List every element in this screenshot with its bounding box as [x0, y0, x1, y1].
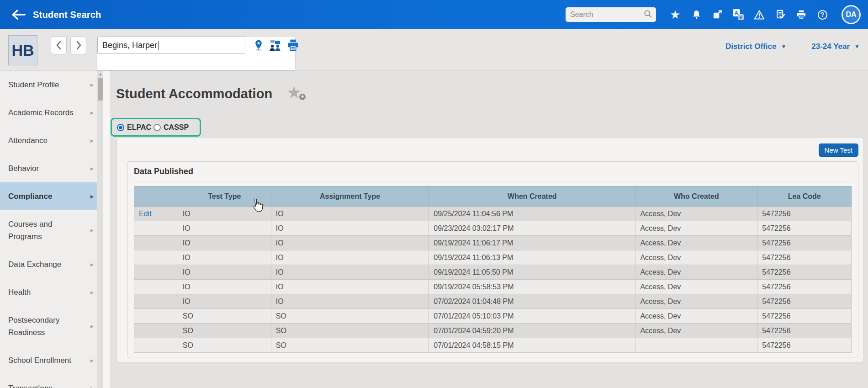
global-search-input[interactable] [570, 11, 644, 19]
school-selector[interactable]: District Office ▼ [725, 42, 786, 51]
student-name-input[interactable]: Begins, Harper [97, 37, 245, 54]
radio-unselected-icon[interactable] [153, 124, 161, 131]
assignment-type-cell: SO [271, 324, 429, 338]
column-header-when-created[interactable]: When Created [429, 186, 635, 207]
student-context-bar: HB Begins, Harper [0, 29, 868, 71]
when-created-cell: 09/19/2024 11:06:13 PM [429, 250, 635, 265]
when-created-cell: 07/01/2024 04:59:20 PM [429, 324, 635, 338]
action-cell [134, 221, 178, 236]
user-avatar[interactable]: DA [842, 5, 861, 24]
content-panel: New Test Data Published Test TypeAssignm… [116, 137, 864, 362]
sidebar-scrollbar[interactable]: ▲ [97, 71, 103, 388]
sidebar-item-label: Health [8, 286, 85, 298]
global-search[interactable] [566, 7, 656, 22]
student-name-value: Begins, Harper [102, 41, 157, 50]
sidebar-item-health[interactable]: Health▶ [0, 278, 97, 306]
action-cell [134, 294, 178, 309]
help-icon[interactable]: ? [817, 9, 828, 21]
when-created-cell: 07/01/2024 04:58:15 PM [429, 338, 635, 353]
year-selector[interactable]: 23-24 Year ▼ [811, 42, 860, 51]
action-cell [134, 338, 178, 353]
radio-label: ELPAC [127, 123, 151, 132]
assignment-type-cell: IO [271, 207, 429, 221]
sidebar-item-attendance[interactable]: Attendance▶ [0, 127, 97, 154]
who-created-cell: Access, Dev [635, 309, 757, 324]
plus-badge-icon: + [299, 94, 306, 100]
column-header-test-type[interactable]: Test Type [178, 186, 271, 207]
topbar-actions: ★ A v [566, 5, 861, 24]
radio-option-elpac[interactable]: ELPAC [117, 123, 151, 132]
next-student-button[interactable] [70, 36, 86, 54]
sidebar-item-label: Academic Records [8, 106, 85, 119]
action-cell [134, 265, 178, 280]
student-tools [254, 39, 299, 53]
verify-document-icon[interactable] [775, 9, 786, 21]
when-created-cell: 09/25/2024 11:04:56 PM [429, 207, 635, 221]
student-groups-icon[interactable] [269, 39, 281, 53]
text-caret [158, 41, 159, 50]
edit-link[interactable]: Edit [139, 210, 152, 218]
print-student-icon[interactable] [287, 39, 299, 53]
notifications-bell-icon[interactable] [691, 9, 702, 21]
action-cell [134, 236, 178, 250]
sidebar-item-data-exchange[interactable]: Data Exchange▶ [0, 250, 97, 278]
scroll-up-icon[interactable]: ▲ [97, 71, 103, 76]
chevron-right-icon: ▶ [90, 382, 94, 388]
screen: Student Search ★ [0, 0, 868, 388]
sidebar-item-label: Postsecondary Readiness [8, 314, 85, 339]
sidebar-item-academic-records[interactable]: Academic Records▶ [0, 99, 97, 127]
sidebar-item-label: Compliance [8, 190, 85, 202]
alerts-warning-icon[interactable] [754, 9, 765, 21]
chevron-down-icon: ▼ [854, 43, 860, 50]
radio-selected-icon[interactable] [117, 124, 124, 131]
table-row: IOIO09/19/2024 11:06:13 PMAccess, Dev547… [134, 250, 852, 265]
assignment-type-cell: IO [271, 221, 429, 236]
sidebar-item-school-enrollment[interactable]: School Enrollment▶ [0, 346, 97, 374]
sidebar-item-courses-and-programs[interactable]: Courses and Programs▶ [0, 210, 97, 250]
sidebar-item-label: Courses and Programs [8, 218, 85, 243]
who-created-cell [635, 338, 757, 353]
sidebar-item-student-profile[interactable]: Student Profile▶ [0, 71, 97, 99]
table-row: IOIO09/19/2024 11:05:50 PMAccess, Dev547… [134, 265, 852, 280]
print-icon[interactable] [796, 9, 807, 21]
sidebar-item-label: Transactions [8, 382, 85, 388]
lea-code-cell: 5472256 [757, 338, 852, 353]
test-type-cell: IO [178, 221, 271, 236]
table-header-row: Test TypeAssignment TypeWhen CreatedWho … [134, 186, 852, 207]
sidebar-nav: Student Profile▶Academic Records▶Attenda… [0, 71, 103, 388]
main-content: Student Accommodation ★ + ELPACCASSP New… [110, 71, 868, 388]
who-created-cell: Access, Dev [635, 221, 757, 236]
location-pin-icon[interactable] [254, 39, 263, 53]
back-arrow-icon[interactable] [10, 9, 26, 21]
column-header-lea-code[interactable]: Lea Code [757, 186, 852, 207]
test-type-cell: SO [178, 324, 271, 338]
column-header-assignment-type[interactable]: Assignment Type [271, 186, 429, 207]
sidebar-item-label: Attendance [8, 134, 85, 147]
chevron-left-icon [55, 40, 63, 51]
sidebar-item-compliance[interactable]: Compliance▶ [0, 182, 97, 210]
column-header-actions[interactable] [134, 186, 178, 207]
compose-window-icon[interactable] [712, 9, 723, 21]
chevron-right-icon: ▶ [90, 320, 94, 333]
panel-title: Data Published [134, 167, 852, 176]
sidebar-item-transactions[interactable]: Transactions▶ [0, 374, 97, 388]
favorites-star-icon[interactable]: ★ [670, 9, 681, 21]
scrollbar-thumb[interactable] [98, 78, 103, 101]
add-favorite-star-icon[interactable]: ★ + [286, 84, 305, 102]
lea-code-cell: 5472256 [757, 221, 852, 236]
test-type-cell: IO [178, 280, 271, 294]
student-initials-tile: HB [8, 35, 37, 65]
sidebar-item-behavior[interactable]: Behavior▶ [0, 154, 97, 182]
lea-code-cell: 5472256 [757, 250, 852, 265]
translate-icon[interactable]: A v [733, 9, 744, 21]
who-created-cell: Access, Dev [635, 294, 757, 309]
previous-student-button[interactable] [51, 36, 67, 54]
column-header-who-created[interactable]: Who Created [635, 186, 757, 207]
lea-code-cell: 5472256 [757, 207, 852, 221]
app-title: Student Search [33, 10, 101, 20]
radio-option-cassp[interactable]: CASSP [153, 123, 189, 132]
new-test-button[interactable]: New Test [819, 144, 858, 157]
table-row: SOSO07/01/2024 04:58:15 PM5472256 [134, 338, 852, 353]
sidebar-item-postsecondary-readiness[interactable]: Postsecondary Readiness▶ [0, 306, 97, 346]
action-cell: Edit [134, 207, 178, 221]
